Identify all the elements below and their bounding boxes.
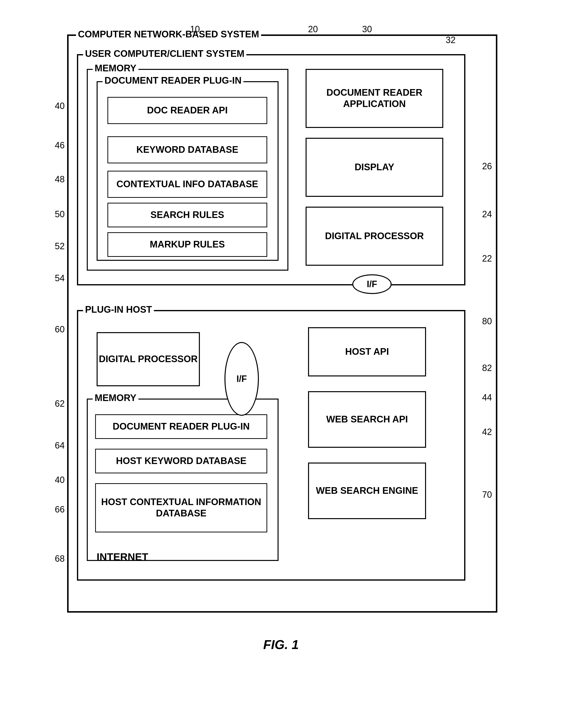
host-api-box: HOST API: [308, 327, 426, 376]
ref-82: 82: [482, 363, 492, 373]
page: COMPUTER NETWORK-BASED SYSTEM USER COMPU…: [0, 0, 562, 728]
ref-60: 60: [55, 324, 65, 335]
plugin-host-label: PLUG-IN HOST: [83, 304, 154, 315]
digital-processor-label: DIGITAL PROCESSOR: [325, 231, 424, 242]
figure-label: FIG. 1: [263, 637, 299, 652]
host-dp-box: DIGITAL PROCESSOR: [97, 332, 200, 386]
ref-62: 62: [55, 399, 65, 409]
ref-24: 24: [482, 209, 492, 219]
internet-label: INTERNET: [97, 551, 148, 563]
web-search-engine-label: WEB SEARCH ENGINE: [316, 485, 418, 496]
ref-68: 68: [55, 554, 65, 564]
web-search-engine-box: WEB SEARCH ENGINE: [308, 463, 426, 519]
host-doc-reader-plugin-box: DOCUMENT READER PLUG-IN: [95, 414, 267, 439]
display-box: DISPLAY: [305, 138, 443, 197]
ref-22: 22: [482, 253, 492, 264]
memory-label: MEMORY: [93, 63, 138, 74]
markup-rules-box: MARKUP RULES: [107, 232, 267, 257]
display-label: DISPLAY: [354, 162, 394, 173]
host-memory-box: MEMORY DOCUMENT READER PLUG-IN HOST KEYW…: [87, 399, 279, 561]
markup-rules-label: MARKUP RULES: [150, 239, 225, 250]
ref-54: 54: [55, 273, 65, 283]
doc-reader-app-label: DOCUMENT READER APPLICATION: [306, 87, 442, 109]
doc-reader-plugin-box: DOCUMENT READER PLUG-IN DOC READER API K…: [97, 81, 279, 261]
ref-50: 50: [55, 209, 65, 219]
ref-64: 64: [55, 440, 65, 451]
host-contextual-info-db-label: HOST CONTEXTUAL INFORMATION DATABASE: [96, 496, 267, 519]
search-rules-label: SEARCH RULES: [151, 209, 224, 221]
digital-processor-box: DIGITAL PROCESSOR: [305, 207, 443, 266]
web-search-api-label: WEB SEARCH API: [326, 414, 408, 425]
if-host-label: I/F: [237, 374, 247, 384]
ref-20: 20: [308, 24, 318, 34]
host-contextual-info-db-box: HOST CONTEXTUAL INFORMATION DATABASE: [95, 483, 267, 532]
host-doc-reader-plugin-label: DOCUMENT READER PLUG-IN: [113, 421, 250, 432]
ref-46: 46: [55, 140, 65, 151]
ref-30: 30: [362, 24, 372, 34]
keyword-database-box: KEYWORD DATABASE: [107, 136, 267, 163]
web-search-api-box: WEB SEARCH API: [308, 391, 426, 448]
host-keyword-db-box: HOST KEYWORD DATABASE: [95, 449, 267, 473]
ref-40-host: 40: [55, 475, 65, 485]
if-oval-host: I/F: [225, 342, 259, 416]
ref-10: 10: [190, 24, 200, 34]
doc-reader-plugin-label: DOCUMENT READER PLUG-IN: [103, 75, 244, 86]
contextual-info-db-box: CONTEXTUAL INFO DATABASE: [107, 171, 267, 198]
ref-44: 44: [482, 392, 492, 403]
ref-32: 32: [446, 35, 455, 45]
doc-reader-api-box: DOC READER API: [107, 97, 267, 124]
ref-52: 52: [55, 241, 65, 251]
ref-70: 70: [482, 490, 492, 500]
host-api-label: HOST API: [345, 346, 389, 357]
ref-66: 66: [55, 504, 65, 515]
ref-40-user: 40: [55, 101, 65, 111]
search-rules-box: SEARCH RULES: [107, 203, 267, 227]
ref-42: 42: [482, 427, 492, 437]
host-memory-label: MEMORY: [93, 393, 138, 403]
user-client-label: USER COMPUTER/CLIENT SYSTEM: [83, 48, 246, 59]
ref-26: 26: [482, 161, 492, 171]
ref-80: 80: [482, 316, 492, 326]
contextual-info-db-label: CONTEXTUAL INFO DATABASE: [117, 179, 258, 190]
host-keyword-db-label: HOST KEYWORD DATABASE: [116, 455, 247, 467]
ref-48: 48: [55, 174, 65, 185]
main-system-label: COMPUTER NETWORK-BASED SYSTEM: [76, 29, 261, 40]
if-user-label: I/F: [367, 279, 377, 289]
if-oval-user: I/F: [352, 274, 392, 294]
doc-reader-app-box: DOCUMENT READER APPLICATION: [305, 69, 443, 128]
doc-reader-api-label: DOC READER API: [147, 105, 228, 116]
keyword-database-label: KEYWORD DATABASE: [137, 144, 238, 155]
host-dp-label: DIGITAL PROCESSOR: [99, 354, 198, 365]
diagram-container: COMPUTER NETWORK-BASED SYSTEM USER COMPU…: [47, 15, 515, 667]
